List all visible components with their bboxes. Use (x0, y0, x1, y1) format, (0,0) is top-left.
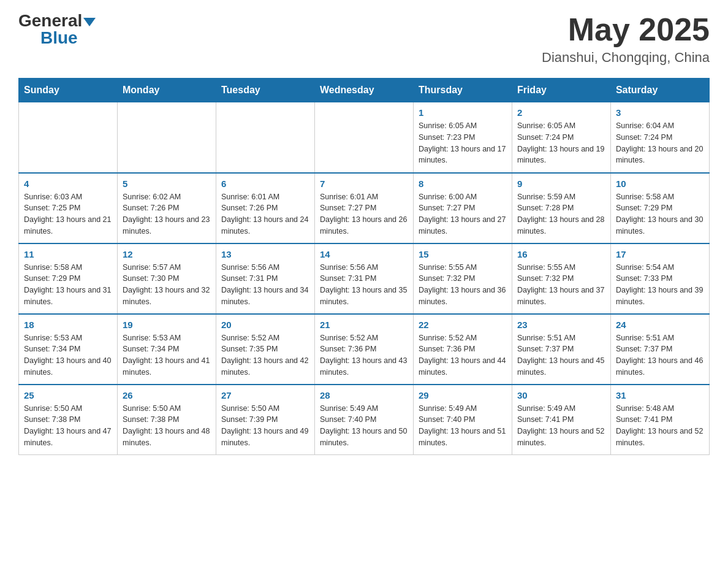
day-number: 5 (123, 178, 211, 189)
calendar-cell: 27Sunrise: 5:50 AMSunset: 7:39 PMDayligh… (216, 385, 314, 455)
day-info: Sunrise: 5:49 AMSunset: 7:41 PMDaylight:… (517, 403, 605, 449)
day-number: 14 (320, 249, 408, 259)
day-info: Sunrise: 5:55 AMSunset: 7:32 PMDaylight:… (419, 262, 507, 308)
calendar-week-row: 25Sunrise: 5:50 AMSunset: 7:38 PMDayligh… (19, 385, 710, 455)
day-info: Sunrise: 5:49 AMSunset: 7:40 PMDaylight:… (419, 403, 507, 449)
day-info: Sunrise: 6:05 AMSunset: 7:24 PMDaylight:… (517, 120, 605, 166)
day-number: 8 (419, 178, 507, 189)
logo-triangle-icon (83, 18, 96, 26)
day-number: 26 (123, 390, 211, 400)
day-number: 31 (616, 390, 704, 400)
calendar-cell (117, 102, 216, 173)
calendar-cell: 15Sunrise: 5:55 AMSunset: 7:32 PMDayligh… (413, 243, 512, 314)
day-number: 30 (517, 390, 605, 400)
day-number: 7 (320, 178, 408, 189)
calendar-cell: 20Sunrise: 5:52 AMSunset: 7:35 PMDayligh… (216, 314, 314, 385)
day-info: Sunrise: 5:53 AMSunset: 7:34 PMDaylight:… (24, 332, 112, 378)
calendar-cell: 31Sunrise: 5:48 AMSunset: 7:41 PMDayligh… (610, 385, 709, 455)
calendar-cell: 3Sunrise: 6:04 AMSunset: 7:24 PMDaylight… (610, 102, 709, 173)
calendar-cell: 2Sunrise: 6:05 AMSunset: 7:24 PMDaylight… (512, 102, 610, 173)
day-info: Sunrise: 6:00 AMSunset: 7:27 PMDaylight:… (419, 191, 507, 237)
calendar-cell: 21Sunrise: 5:52 AMSunset: 7:36 PMDayligh… (314, 314, 413, 385)
logo: General Blue (18, 12, 96, 47)
day-info: Sunrise: 5:50 AMSunset: 7:38 PMDaylight:… (123, 403, 211, 449)
calendar-cell: 5Sunrise: 6:02 AMSunset: 7:26 PMDaylight… (117, 173, 216, 243)
day-number: 16 (517, 249, 605, 259)
day-header-wednesday: Wednesday (314, 79, 413, 102)
day-number: 24 (616, 320, 704, 330)
day-info: Sunrise: 5:58 AMSunset: 7:29 PMDaylight:… (616, 191, 704, 237)
calendar-cell: 10Sunrise: 5:58 AMSunset: 7:29 PMDayligh… (610, 173, 709, 243)
calendar-header-row: SundayMondayTuesdayWednesdayThursdayFrid… (19, 79, 710, 102)
day-number: 13 (221, 249, 309, 259)
day-number: 9 (517, 178, 605, 189)
day-number: 23 (517, 320, 605, 330)
calendar-cell: 13Sunrise: 5:56 AMSunset: 7:31 PMDayligh… (216, 243, 314, 314)
day-number: 2 (517, 107, 605, 118)
day-info: Sunrise: 6:04 AMSunset: 7:24 PMDaylight:… (616, 120, 704, 166)
day-info: Sunrise: 6:03 AMSunset: 7:25 PMDaylight:… (24, 191, 112, 237)
day-header-tuesday: Tuesday (216, 79, 314, 102)
day-number: 10 (616, 178, 704, 189)
day-number: 3 (616, 107, 704, 118)
logo-general-text: General (18, 12, 82, 29)
calendar-cell: 19Sunrise: 5:53 AMSunset: 7:34 PMDayligh… (117, 314, 216, 385)
calendar-cell: 16Sunrise: 5:55 AMSunset: 7:32 PMDayligh… (512, 243, 610, 314)
calendar-cell (216, 102, 314, 173)
day-header-sunday: Sunday (19, 79, 118, 102)
calendar-cell (19, 102, 118, 173)
calendar-cell: 7Sunrise: 6:01 AMSunset: 7:27 PMDaylight… (314, 173, 413, 243)
calendar-cell: 22Sunrise: 5:52 AMSunset: 7:36 PMDayligh… (413, 314, 512, 385)
day-info: Sunrise: 5:55 AMSunset: 7:32 PMDaylight:… (517, 262, 605, 308)
day-number: 28 (320, 390, 408, 400)
calendar-week-row: 18Sunrise: 5:53 AMSunset: 7:34 PMDayligh… (19, 314, 710, 385)
day-info: Sunrise: 5:49 AMSunset: 7:40 PMDaylight:… (320, 403, 408, 449)
day-info: Sunrise: 5:50 AMSunset: 7:39 PMDaylight:… (221, 403, 309, 449)
day-number: 6 (221, 178, 309, 189)
calendar-cell: 25Sunrise: 5:50 AMSunset: 7:38 PMDayligh… (19, 385, 118, 455)
day-info: Sunrise: 5:50 AMSunset: 7:38 PMDaylight:… (24, 403, 112, 449)
day-number: 22 (419, 320, 507, 330)
calendar-cell: 11Sunrise: 5:58 AMSunset: 7:29 PMDayligh… (19, 243, 118, 314)
day-info: Sunrise: 5:53 AMSunset: 7:34 PMDaylight:… (123, 332, 211, 378)
calendar-week-row: 1Sunrise: 6:05 AMSunset: 7:23 PMDaylight… (19, 102, 710, 173)
day-number: 12 (123, 249, 211, 259)
day-number: 17 (616, 249, 704, 259)
calendar-cell: 4Sunrise: 6:03 AMSunset: 7:25 PMDaylight… (19, 173, 118, 243)
day-info: Sunrise: 5:58 AMSunset: 7:29 PMDaylight:… (24, 262, 112, 308)
calendar-cell: 18Sunrise: 5:53 AMSunset: 7:34 PMDayligh… (19, 314, 118, 385)
calendar-cell: 24Sunrise: 5:51 AMSunset: 7:37 PMDayligh… (610, 314, 709, 385)
day-info: Sunrise: 5:54 AMSunset: 7:33 PMDaylight:… (616, 262, 704, 308)
day-info: Sunrise: 5:57 AMSunset: 7:30 PMDaylight:… (123, 262, 211, 308)
title-section: May 2025 Dianshui, Chongqing, China (542, 12, 710, 66)
calendar-cell: 17Sunrise: 5:54 AMSunset: 7:33 PMDayligh… (610, 243, 709, 314)
day-number: 15 (419, 249, 507, 259)
logo-blue-text: Blue (40, 29, 78, 47)
calendar-cell: 29Sunrise: 5:49 AMSunset: 7:40 PMDayligh… (413, 385, 512, 455)
page-header: General Blue May 2025 Dianshui, Chongqin… (18, 12, 710, 66)
calendar-cell: 23Sunrise: 5:51 AMSunset: 7:37 PMDayligh… (512, 314, 610, 385)
calendar-cell: 6Sunrise: 6:01 AMSunset: 7:26 PMDaylight… (216, 173, 314, 243)
day-number: 20 (221, 320, 309, 330)
calendar-cell: 8Sunrise: 6:00 AMSunset: 7:27 PMDaylight… (413, 173, 512, 243)
calendar-week-row: 4Sunrise: 6:03 AMSunset: 7:25 PMDaylight… (19, 173, 710, 243)
day-info: Sunrise: 5:51 AMSunset: 7:37 PMDaylight:… (616, 332, 704, 378)
day-info: Sunrise: 5:56 AMSunset: 7:31 PMDaylight:… (320, 262, 408, 308)
day-header-thursday: Thursday (413, 79, 512, 102)
calendar-cell: 30Sunrise: 5:49 AMSunset: 7:41 PMDayligh… (512, 385, 610, 455)
day-info: Sunrise: 6:02 AMSunset: 7:26 PMDaylight:… (123, 191, 211, 237)
day-info: Sunrise: 6:01 AMSunset: 7:27 PMDaylight:… (320, 191, 408, 237)
day-info: Sunrise: 5:48 AMSunset: 7:41 PMDaylight:… (616, 403, 704, 449)
calendar-cell (314, 102, 413, 173)
calendar-cell: 9Sunrise: 5:59 AMSunset: 7:28 PMDaylight… (512, 173, 610, 243)
day-info: Sunrise: 6:05 AMSunset: 7:23 PMDaylight:… (419, 120, 507, 166)
day-number: 25 (24, 390, 112, 400)
day-number: 21 (320, 320, 408, 330)
day-header-friday: Friday (512, 79, 610, 102)
calendar-cell: 12Sunrise: 5:57 AMSunset: 7:30 PMDayligh… (117, 243, 216, 314)
calendar-cell: 26Sunrise: 5:50 AMSunset: 7:38 PMDayligh… (117, 385, 216, 455)
day-number: 19 (123, 320, 211, 330)
day-number: 27 (221, 390, 309, 400)
day-info: Sunrise: 5:56 AMSunset: 7:31 PMDaylight:… (221, 262, 309, 308)
day-header-saturday: Saturday (610, 79, 709, 102)
